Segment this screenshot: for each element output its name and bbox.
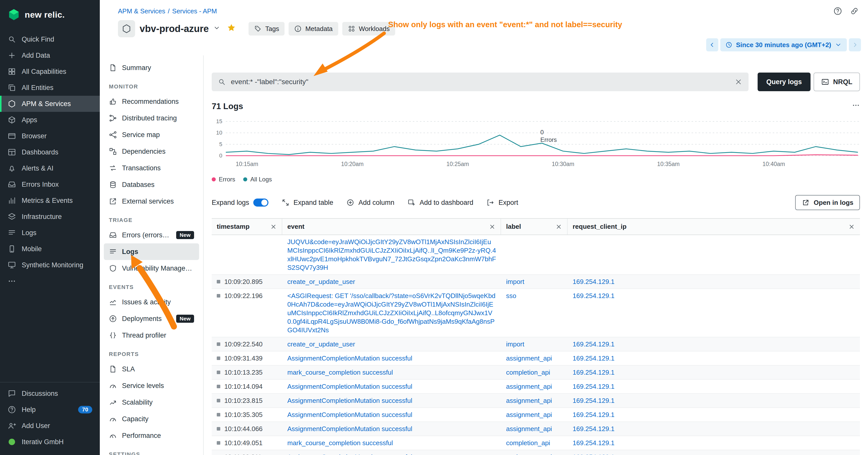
- global-nav-item[interactable]: [0, 273, 100, 289]
- ip-link[interactable]: 169.254.129.1: [572, 397, 615, 404]
- link-icon[interactable]: [850, 6, 859, 15]
- event-link[interactable]: AssignmentCompletionMutation successful: [287, 425, 412, 432]
- help-icon[interactable]: [833, 6, 842, 15]
- event-link[interactable]: AssignmentCompletionMutation successful: [287, 453, 412, 455]
- log-row[interactable]: 10:10:49.051 mark_course_completion succ…: [212, 436, 860, 450]
- global-nav-item[interactable]: Add Data: [0, 47, 100, 64]
- remove-column-icon[interactable]: [270, 224, 277, 230]
- export-button[interactable]: Export: [487, 198, 518, 206]
- log-row[interactable]: 10:10:44.066 AssignmentCompletionMutatio…: [212, 422, 860, 436]
- entity-nav-item[interactable]: Service map: [104, 127, 199, 143]
- entity-nav-item[interactable]: SLA: [104, 361, 199, 378]
- global-nav-item[interactable]: Metrics & Events: [0, 193, 100, 208]
- time-range-picker[interactable]: Since 30 minutes ago (GMT+2): [720, 38, 847, 52]
- event-link[interactable]: create_or_update_user: [287, 340, 355, 348]
- global-nav-item[interactable]: Synthetic Monitoring: [0, 257, 100, 273]
- label-link[interactable]: assignment_api: [506, 397, 552, 404]
- entity-nav-item[interactable]: Errors (errors inb... New: [104, 227, 199, 243]
- label-link[interactable]: sso: [506, 292, 516, 299]
- global-nav-item[interactable]: APM & Services: [0, 96, 100, 112]
- ip-link[interactable]: 169.254.129.1: [572, 368, 615, 376]
- event-link[interactable]: JUQVU&code=eyJraWQiOiJjcGItY29yZV8wOTl1M…: [287, 238, 496, 271]
- entity-chip[interactable]: Metadata: [288, 22, 338, 35]
- ip-link[interactable]: 169.254.129.1: [572, 278, 615, 286]
- remove-column-icon[interactable]: [556, 224, 562, 230]
- ip-link[interactable]: 169.254.129.1: [572, 340, 615, 348]
- log-row[interactable]: JUQVU&code=eyJraWQiOiJjcGItY29yZV8wOTl1M…: [212, 235, 860, 275]
- global-nav-item[interactable]: Alerts & AI: [0, 160, 100, 176]
- global-nav-item[interactable]: Browser: [0, 128, 100, 144]
- remove-column-icon[interactable]: [489, 224, 496, 230]
- entity-nav-item[interactable]: Dependencies: [104, 143, 199, 160]
- entity-nav-item[interactable]: Thread profiler: [104, 327, 199, 344]
- event-link[interactable]: AssignmentCompletionMutation successful: [287, 411, 412, 419]
- chart-options-button[interactable]: [852, 101, 860, 111]
- global-nav-item[interactable]: Iterativ GmbH: [0, 434, 100, 450]
- entity-nav-item[interactable]: Service levels: [104, 378, 199, 394]
- global-nav-item[interactable]: Mobile: [0, 241, 100, 257]
- open-in-logs-button[interactable]: Open in logs: [795, 195, 860, 210]
- logs-chart-svg[interactable]: 051015: [212, 119, 860, 159]
- ip-link[interactable]: 169.254.129.1: [572, 425, 615, 432]
- log-query-input[interactable]: [231, 78, 730, 86]
- label-link[interactable]: assignment_api: [506, 355, 552, 362]
- ip-link[interactable]: 169.254.129.1: [572, 292, 615, 299]
- entity-name[interactable]: vbv-prod-azure: [140, 24, 209, 34]
- nrql-button[interactable]: NRQL: [813, 72, 860, 91]
- global-nav-item[interactable]: Logs: [0, 225, 100, 241]
- log-row[interactable]: 10:10:13.235 mark_course_completion succ…: [212, 365, 860, 380]
- expand-table-button[interactable]: Expand table: [281, 198, 334, 206]
- event-link[interactable]: <ASGIRequest: GET '/sso/callback/?state=…: [287, 292, 496, 334]
- time-back-button[interactable]: [706, 38, 718, 52]
- label-link[interactable]: assignment_api: [506, 453, 552, 455]
- entity-chip[interactable]: Workloads: [342, 22, 395, 35]
- ip-link[interactable]: 169.254.129.1: [572, 383, 615, 390]
- entity-nav-item[interactable]: Distributed tracing: [104, 110, 199, 127]
- column-header[interactable]: label: [501, 219, 567, 234]
- entity-nav-item[interactable]: Summary: [104, 60, 199, 76]
- label-link[interactable]: assignment_api: [506, 411, 552, 419]
- event-link[interactable]: AssignmentCompletionMutation successful: [287, 397, 412, 404]
- log-row[interactable]: 10:09:20.895 create_or_update_user impor…: [212, 275, 860, 289]
- label-link[interactable]: completion_api: [506, 439, 550, 447]
- entity-nav-item[interactable]: Issues & activity: [104, 294, 199, 311]
- label-link[interactable]: import: [506, 340, 524, 348]
- global-nav-item[interactable]: Help 70: [0, 401, 100, 418]
- log-row[interactable]: 10:09:22.540 create_or_update_user impor…: [212, 337, 860, 352]
- global-nav-item[interactable]: All Entities: [0, 79, 100, 96]
- event-link[interactable]: create_or_update_user: [287, 278, 355, 286]
- ip-link[interactable]: 169.254.129.1: [572, 453, 615, 455]
- query-bar[interactable]: [212, 72, 748, 91]
- ip-link[interactable]: 169.254.129.1: [572, 355, 615, 362]
- breadcrumb-apm-services[interactable]: APM & Services: [118, 7, 165, 15]
- query-logs-button[interactable]: Query logs: [757, 72, 810, 91]
- ip-link[interactable]: 169.254.129.1: [572, 411, 615, 419]
- entity-nav-item[interactable]: External services: [104, 193, 199, 209]
- column-header[interactable]: event: [282, 219, 501, 234]
- entity-nav-item[interactable]: Scalability: [104, 394, 199, 411]
- label-link[interactable]: completion_api: [506, 368, 550, 376]
- favorite-star[interactable]: [227, 23, 236, 34]
- log-row[interactable]: 10:10:23.815 AssignmentCompletionMutatio…: [212, 394, 860, 408]
- event-link[interactable]: mark_course_completion successful: [287, 368, 393, 376]
- entity-chip[interactable]: Tags: [248, 22, 284, 35]
- event-link[interactable]: AssignmentCompletionMutation successful: [287, 383, 412, 390]
- breadcrumb-services-apm[interactable]: Services - APM: [172, 7, 217, 15]
- column-header[interactable]: timestamp: [212, 219, 282, 234]
- global-nav-item[interactable]: Dashboards: [0, 144, 100, 160]
- global-nav-item[interactable]: Add User: [0, 418, 100, 434]
- global-nav-item[interactable]: Apps: [0, 112, 100, 128]
- global-nav-item[interactable]: All Capabilities: [0, 64, 100, 79]
- newrelic-logo[interactable]: new relic.: [0, 0, 100, 29]
- legend-item[interactable]: Errors: [212, 176, 235, 183]
- entity-nav-item[interactable]: Databases: [104, 176, 199, 193]
- event-link[interactable]: mark_course_completion successful: [287, 439, 393, 447]
- label-link[interactable]: assignment_api: [506, 383, 552, 390]
- entity-nav-item[interactable]: Transactions: [104, 160, 199, 176]
- remove-column-icon[interactable]: [848, 224, 855, 230]
- event-link[interactable]: AssignmentCompletionMutation successful: [287, 355, 412, 362]
- add-column-button[interactable]: Add column: [346, 198, 395, 206]
- global-nav-item[interactable]: Quick Find: [0, 31, 100, 47]
- entity-switcher[interactable]: [213, 24, 220, 33]
- legend-item[interactable]: All Logs: [243, 176, 272, 183]
